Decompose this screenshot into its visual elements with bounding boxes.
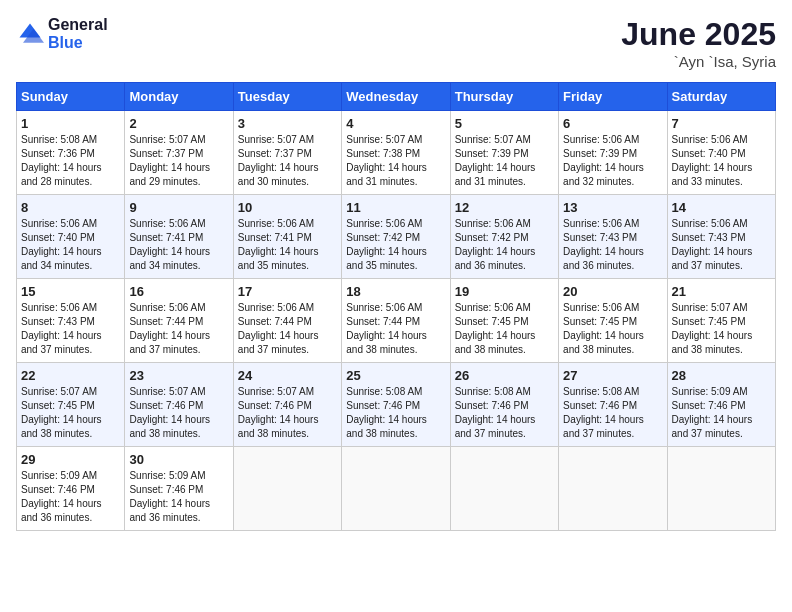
day-info: Sunrise: 5:08 AM Sunset: 7:36 PM Dayligh… <box>21 133 120 189</box>
daylight-minutes: and 38 minutes. <box>129 428 200 439</box>
daylight-label: Daylight: 14 hours <box>346 330 427 341</box>
day-number: 14 <box>672 200 771 215</box>
calendar-location: `Ayn `Isa, Syria <box>621 53 776 70</box>
logo-text: General Blue <box>48 16 108 51</box>
day-info: Sunrise: 5:07 AM Sunset: 7:45 PM Dayligh… <box>672 301 771 357</box>
daylight-minutes: and 37 minutes. <box>672 260 743 271</box>
daylight-label: Daylight: 14 hours <box>129 498 210 509</box>
day-number: 3 <box>238 116 337 131</box>
daylight-label: Daylight: 14 hours <box>238 162 319 173</box>
sunrise-label: Sunrise: 5:06 AM <box>21 302 97 313</box>
day-number: 17 <box>238 284 337 299</box>
sunrise-label: Sunrise: 5:07 AM <box>129 134 205 145</box>
calendar-title: June 2025 <box>621 16 776 53</box>
day-info: Sunrise: 5:06 AM Sunset: 7:43 PM Dayligh… <box>672 217 771 273</box>
day-number: 6 <box>563 116 662 131</box>
calendar-cell: 17 Sunrise: 5:06 AM Sunset: 7:44 PM Dayl… <box>233 279 341 363</box>
daylight-minutes: and 37 minutes. <box>455 428 526 439</box>
sunrise-label: Sunrise: 5:07 AM <box>238 386 314 397</box>
day-number: 29 <box>21 452 120 467</box>
calendar-cell: 11 Sunrise: 5:06 AM Sunset: 7:42 PM Dayl… <box>342 195 450 279</box>
calendar-cell: 16 Sunrise: 5:06 AM Sunset: 7:44 PM Dayl… <box>125 279 233 363</box>
weekday-header: Wednesday <box>342 83 450 111</box>
calendar-week-row: 1 Sunrise: 5:08 AM Sunset: 7:36 PM Dayli… <box>17 111 776 195</box>
sunrise-label: Sunrise: 5:08 AM <box>346 386 422 397</box>
page-header: General Blue June 2025 `Ayn `Isa, Syria <box>16 16 776 70</box>
daylight-minutes: and 37 minutes. <box>563 428 634 439</box>
sunrise-label: Sunrise: 5:08 AM <box>455 386 531 397</box>
day-info: Sunrise: 5:06 AM Sunset: 7:41 PM Dayligh… <box>129 217 228 273</box>
daylight-minutes: and 38 minutes. <box>455 344 526 355</box>
sunset-label: Sunset: 7:46 PM <box>21 484 95 495</box>
day-info: Sunrise: 5:07 AM Sunset: 7:37 PM Dayligh… <box>129 133 228 189</box>
sunrise-label: Sunrise: 5:07 AM <box>346 134 422 145</box>
calendar-cell <box>667 447 775 531</box>
day-number: 12 <box>455 200 554 215</box>
day-number: 18 <box>346 284 445 299</box>
daylight-minutes: and 31 minutes. <box>455 176 526 187</box>
sunrise-label: Sunrise: 5:07 AM <box>238 134 314 145</box>
sunrise-label: Sunrise: 5:06 AM <box>21 218 97 229</box>
day-number: 7 <box>672 116 771 131</box>
calendar-cell: 6 Sunrise: 5:06 AM Sunset: 7:39 PM Dayli… <box>559 111 667 195</box>
day-info: Sunrise: 5:07 AM Sunset: 7:46 PM Dayligh… <box>129 385 228 441</box>
daylight-label: Daylight: 14 hours <box>672 330 753 341</box>
logo-blue: Blue <box>48 34 108 52</box>
calendar-cell <box>559 447 667 531</box>
daylight-minutes: and 31 minutes. <box>346 176 417 187</box>
calendar-cell: 2 Sunrise: 5:07 AM Sunset: 7:37 PM Dayli… <box>125 111 233 195</box>
sunset-label: Sunset: 7:46 PM <box>672 400 746 411</box>
daylight-label: Daylight: 14 hours <box>21 414 102 425</box>
day-number: 13 <box>563 200 662 215</box>
daylight-label: Daylight: 14 hours <box>455 162 536 173</box>
daylight-minutes: and 38 minutes. <box>346 428 417 439</box>
day-number: 16 <box>129 284 228 299</box>
calendar-cell: 19 Sunrise: 5:06 AM Sunset: 7:45 PM Dayl… <box>450 279 558 363</box>
sunrise-label: Sunrise: 5:07 AM <box>672 302 748 313</box>
daylight-minutes: and 33 minutes. <box>672 176 743 187</box>
daylight-minutes: and 37 minutes. <box>21 344 92 355</box>
sunset-label: Sunset: 7:45 PM <box>563 316 637 327</box>
day-info: Sunrise: 5:06 AM Sunset: 7:43 PM Dayligh… <box>563 217 662 273</box>
sunset-label: Sunset: 7:37 PM <box>238 148 312 159</box>
daylight-label: Daylight: 14 hours <box>455 246 536 257</box>
day-number: 20 <box>563 284 662 299</box>
calendar-cell: 1 Sunrise: 5:08 AM Sunset: 7:36 PM Dayli… <box>17 111 125 195</box>
daylight-minutes: and 38 minutes. <box>21 428 92 439</box>
daylight-minutes: and 38 minutes. <box>563 344 634 355</box>
sunset-label: Sunset: 7:42 PM <box>346 232 420 243</box>
sunset-label: Sunset: 7:46 PM <box>346 400 420 411</box>
daylight-label: Daylight: 14 hours <box>455 414 536 425</box>
sunrise-label: Sunrise: 5:08 AM <box>21 134 97 145</box>
sunset-label: Sunset: 7:46 PM <box>238 400 312 411</box>
daylight-label: Daylight: 14 hours <box>563 162 644 173</box>
day-number: 23 <box>129 368 228 383</box>
sunrise-label: Sunrise: 5:06 AM <box>672 134 748 145</box>
daylight-minutes: and 35 minutes. <box>346 260 417 271</box>
logo: General Blue <box>16 16 108 51</box>
calendar-week-row: 8 Sunrise: 5:06 AM Sunset: 7:40 PM Dayli… <box>17 195 776 279</box>
weekday-header: Thursday <box>450 83 558 111</box>
title-block: June 2025 `Ayn `Isa, Syria <box>621 16 776 70</box>
daylight-label: Daylight: 14 hours <box>346 246 427 257</box>
sunset-label: Sunset: 7:44 PM <box>129 316 203 327</box>
calendar-week-row: 22 Sunrise: 5:07 AM Sunset: 7:45 PM Dayl… <box>17 363 776 447</box>
sunset-label: Sunset: 7:38 PM <box>346 148 420 159</box>
sunset-label: Sunset: 7:46 PM <box>129 400 203 411</box>
weekday-header: Sunday <box>17 83 125 111</box>
calendar-week-row: 15 Sunrise: 5:06 AM Sunset: 7:43 PM Dayl… <box>17 279 776 363</box>
daylight-minutes: and 37 minutes. <box>238 344 309 355</box>
daylight-minutes: and 28 minutes. <box>21 176 92 187</box>
daylight-minutes: and 36 minutes. <box>129 512 200 523</box>
day-info: Sunrise: 5:06 AM Sunset: 7:40 PM Dayligh… <box>21 217 120 273</box>
day-info: Sunrise: 5:06 AM Sunset: 7:42 PM Dayligh… <box>346 217 445 273</box>
sunrise-label: Sunrise: 5:06 AM <box>346 218 422 229</box>
calendar-cell: 24 Sunrise: 5:07 AM Sunset: 7:46 PM Dayl… <box>233 363 341 447</box>
day-number: 19 <box>455 284 554 299</box>
daylight-label: Daylight: 14 hours <box>129 246 210 257</box>
calendar-cell <box>342 447 450 531</box>
daylight-label: Daylight: 14 hours <box>21 246 102 257</box>
sunrise-label: Sunrise: 5:06 AM <box>455 302 531 313</box>
day-number: 2 <box>129 116 228 131</box>
sunrise-label: Sunrise: 5:08 AM <box>563 386 639 397</box>
